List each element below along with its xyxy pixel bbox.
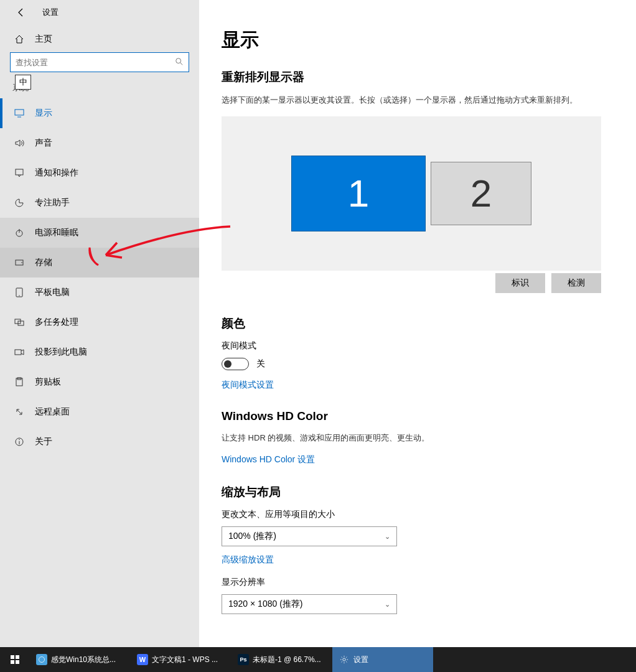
svg-rect-21 [11,660,14,664]
taskbar: 感觉Win10系统总...W文字文稿1 - WPS ...Ps未标题-1 @ 6… [0,647,636,672]
sound-icon [12,138,26,148]
home-label: 主页 [35,34,52,45]
hd-heading: Windows HD Color [222,409,614,423]
search-icon [175,57,184,68]
sidebar-item-label: 电源和睡眠 [35,227,78,238]
detect-button[interactable]: 检测 [551,273,601,293]
clipboard-icon [12,377,26,387]
remote-icon [12,407,26,417]
focus-icon [12,198,26,208]
sidebar-item-9[interactable]: 剪贴板 [0,367,199,397]
scale-heading: 缩放与布局 [222,484,614,500]
svg-point-23 [39,657,45,663]
taskbar-app-label: 设置 [353,655,368,665]
svg-rect-2 [15,110,24,115]
taskbar-app-3[interactable]: 设置 [332,647,433,672]
taskbar-app-icon: W [137,654,148,665]
notifications-icon [12,168,26,178]
sidebar-item-label: 多任务处理 [35,317,78,328]
sidebar-item-10[interactable]: 远程桌面 [0,397,199,427]
night-mode-state: 关 [256,358,265,370]
svg-point-18 [19,439,20,441]
ime-badge[interactable]: 中 [15,75,31,90]
taskbar-app-2[interactable]: Ps未标题-1 @ 66.7%... [231,647,332,672]
sidebar-item-3[interactable]: 专注助手 [0,188,199,218]
sidebar-item-label: 关于 [35,436,52,447]
sidebar-item-label: 显示 [35,108,52,119]
sidebar: 设置 主页 中 系统 显示声音通知和操作专注助手电源和睡眠存储平板电脑多任务处理… [0,0,199,647]
sidebar-item-8[interactable]: 投影到此电脑 [0,337,199,367]
sidebar-item-2[interactable]: 通知和操作 [0,158,199,188]
about-icon [12,437,26,447]
hd-settings-link[interactable]: Windows HD Color 设置 [222,454,315,465]
monitor-2[interactable]: 2 [431,162,531,225]
color-heading: 颜色 [222,315,614,332]
page-title: 显示 [222,27,614,53]
taskbar-app-0[interactable]: 感觉Win10系统总... [30,647,131,672]
svg-rect-13 [15,350,21,355]
text-size-dropdown[interactable]: 100% (推荐) ⌄ [222,526,397,546]
sidebar-item-1[interactable]: 声音 [0,128,199,158]
power-icon [12,228,26,238]
sidebar-item-5[interactable]: 存储 [0,248,199,278]
taskbar-app-label: 未标题-1 @ 66.7%... [253,655,321,665]
svg-line-1 [180,62,183,65]
svg-rect-20 [16,655,19,659]
sidebar-item-4[interactable]: 电源和睡眠 [0,218,199,248]
taskbar-app-icon: Ps [238,654,249,665]
night-mode-settings-link[interactable]: 夜间模式设置 [222,380,274,391]
taskbar-app-icon [339,654,350,665]
search-input[interactable] [10,52,189,72]
night-mode-toggle[interactable] [222,358,249,370]
sidebar-item-label: 存储 [35,257,52,268]
text-size-label: 更改文本、应用等项目的大小 [222,509,614,520]
chevron-down-icon: ⌄ [385,600,390,609]
nav-list: 显示声音通知和操作专注助手电源和睡眠存储平板电脑多任务处理投影到此电脑剪贴板远程… [0,98,199,647]
sidebar-item-7[interactable]: 多任务处理 [0,307,199,337]
night-mode-label: 夜间模式 [222,340,614,352]
monitor-arrange-area[interactable]: 1 2 [222,116,601,271]
chevron-down-icon: ⌄ [385,533,390,541]
sidebar-item-label: 专注助手 [35,197,70,208]
arrange-heading: 重新排列显示器 [222,69,614,85]
svg-rect-22 [16,660,19,664]
resolution-dropdown[interactable]: 1920 × 1080 (推荐) ⌄ [222,594,397,614]
display-icon [12,108,26,118]
tablet-icon [12,287,26,297]
search-field[interactable] [16,58,175,67]
window-title: 设置 [42,7,58,18]
content-area: 显示 重新排列显示器 选择下面的某一显示器以更改其设置。长按（或选择）一个显示器… [199,0,636,647]
home-button[interactable]: 主页 [0,25,199,52]
resolution-label: 显示分辨率 [222,577,614,588]
svg-rect-4 [16,169,23,175]
identify-button[interactable]: 标识 [495,273,545,293]
arrange-desc: 选择下面的某一显示器以更改其设置。长按（或选择）一个显示器，然后通过拖动方式来重… [222,94,614,106]
text-size-value: 100% (推荐) [228,531,276,542]
monitor-1[interactable]: 1 [291,156,426,231]
sidebar-item-label: 声音 [35,138,52,149]
storage-icon [12,258,26,268]
svg-point-24 [343,658,345,661]
sidebar-item-label: 远程桌面 [35,406,70,418]
sidebar-item-label: 平板电脑 [35,287,70,298]
start-button[interactable] [0,647,30,672]
multitask-icon [12,317,26,327]
svg-rect-19 [11,655,14,659]
back-button[interactable] [11,2,31,22]
sidebar-item-label: 通知和操作 [35,167,78,179]
resolution-value: 1920 × 1080 (推荐) [228,599,302,610]
svg-point-10 [19,295,19,296]
sidebar-item-6[interactable]: 平板电脑 [0,278,199,307]
taskbar-app-icon [36,654,47,665]
advanced-scaling-link[interactable]: 高级缩放设置 [222,554,274,566]
taskbar-app-label: 文字文稿1 - WPS ... [152,655,218,665]
taskbar-app-label: 感觉Win10系统总... [51,655,116,665]
home-icon [12,34,26,44]
taskbar-app-1[interactable]: W文字文稿1 - WPS ... [131,647,231,672]
hd-desc: 让支持 HDR 的视频、游戏和应用的画面更明亮、更生动。 [222,432,614,444]
sidebar-item-0[interactable]: 显示 [0,98,199,128]
sidebar-item-11[interactable]: 关于 [0,427,199,457]
svg-point-8 [21,262,22,263]
sidebar-item-label: 剪贴板 [35,376,61,388]
sidebar-item-label: 投影到此电脑 [35,347,87,358]
